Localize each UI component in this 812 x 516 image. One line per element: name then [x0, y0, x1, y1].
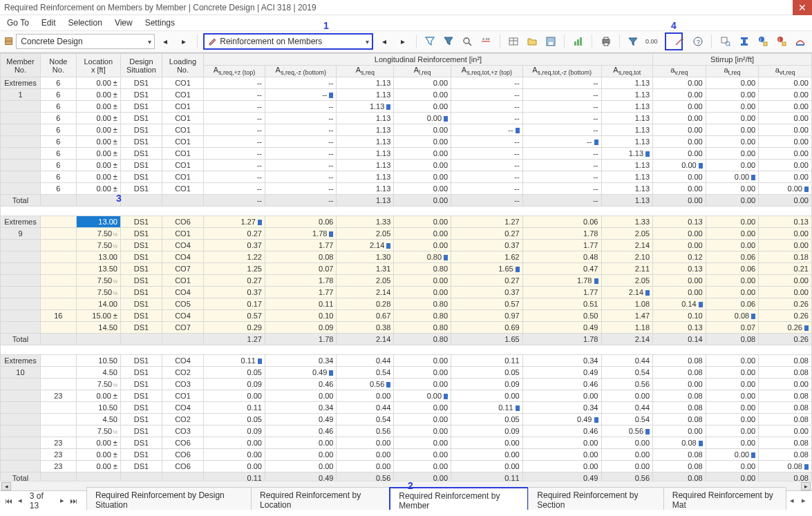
search-table-icon[interactable]: [717, 33, 733, 50]
cell[interactable]: --: [522, 148, 601, 160]
cell[interactable]: 2.14: [601, 287, 653, 298]
cell[interactable]: --: [522, 77, 601, 89]
cell[interactable]: CO4: [162, 310, 203, 322]
cell[interactable]: 7.50½: [76, 240, 120, 251]
cell[interactable]: 0.34: [265, 355, 337, 367]
cell[interactable]: 0.00: [759, 160, 812, 171]
cell[interactable]: CO6: [162, 437, 203, 449]
cell[interactable]: 0.06: [522, 216, 601, 228]
col-asreq[interactable]: As,req: [337, 66, 394, 77]
cell[interactable]: 0.00: [394, 183, 451, 195]
cell[interactable]: 0.08: [759, 461, 812, 472]
cell[interactable]: --: [265, 77, 337, 89]
cell[interactable]: CO1: [162, 183, 203, 195]
cell[interactable]: DS1: [120, 101, 162, 113]
cell[interactable]: 0.00: [653, 124, 706, 136]
filter-clear-icon[interactable]: [422, 33, 438, 50]
cell[interactable]: 0.07: [265, 263, 337, 275]
cell[interactable]: 0.57: [451, 298, 523, 310]
cell[interactable]: --: [522, 124, 601, 136]
cell[interactable]: 2.05: [337, 275, 394, 287]
cell[interactable]: 4.50: [76, 414, 120, 426]
cell[interactable]: 0.00 ±: [76, 461, 120, 472]
cell[interactable]: CO1: [162, 275, 203, 287]
cell[interactable]: 6: [40, 160, 76, 171]
cell[interactable]: 15.00 ±: [76, 310, 120, 322]
cell[interactable]: 0.08: [653, 390, 706, 402]
cell[interactable]: 0.27: [451, 275, 523, 287]
cell[interactable]: --: [203, 124, 265, 136]
cell[interactable]: CO6: [162, 461, 203, 472]
cell[interactable]: 0.10: [265, 310, 337, 322]
cell[interactable]: 0.49: [265, 367, 337, 379]
cell[interactable]: [40, 367, 76, 379]
cell[interactable]: 0.00: [759, 183, 812, 195]
cell[interactable]: --: [203, 101, 265, 113]
cell[interactable]: [40, 228, 76, 240]
cell[interactable]: DS1: [120, 89, 162, 101]
cell[interactable]: 0.00: [759, 77, 812, 89]
cell[interactable]: 0.00: [653, 113, 706, 124]
cell[interactable]: 0.00: [522, 461, 601, 472]
cell[interactable]: 7.50½: [76, 228, 120, 240]
cell[interactable]: 0.37: [203, 287, 265, 298]
cell[interactable]: --: [265, 160, 337, 171]
cell[interactable]: CO1: [162, 89, 203, 101]
cell[interactable]: 0.00: [394, 449, 451, 461]
cell[interactable]: 0.49: [265, 414, 337, 426]
dimension-icon[interactable]: x.xx: [478, 33, 494, 50]
tab-required-reinforcement-by-mat[interactable]: Required Reinforcement by Mat: [663, 487, 786, 510]
col-location[interactable]: Locationx [ft]: [76, 54, 120, 77]
cell[interactable]: 0.00: [653, 426, 706, 437]
cell[interactable]: 1.33: [337, 216, 394, 228]
nav-prev-module[interactable]: ◂: [158, 33, 173, 50]
cell[interactable]: 7.50½: [76, 275, 120, 287]
cell[interactable]: CO7: [162, 263, 203, 275]
cell[interactable]: 1.13: [337, 171, 394, 183]
col-loading-no[interactable]: LoadingNo.: [162, 54, 203, 77]
cell[interactable]: 0.00: [759, 101, 812, 113]
cell[interactable]: 1.13: [601, 89, 653, 101]
cell[interactable]: 0.00: [203, 390, 265, 402]
cell[interactable]: 7.50½: [76, 287, 120, 298]
cell[interactable]: 0.46: [522, 379, 601, 390]
cell[interactable]: 2.10: [601, 251, 653, 263]
col-asreq-top[interactable]: As,req,+z (top): [203, 66, 265, 77]
cell[interactable]: DS1: [120, 461, 162, 472]
cell[interactable]: 6: [40, 89, 76, 101]
cell[interactable]: 0.00: [706, 275, 759, 287]
cell[interactable]: 0.54: [601, 367, 653, 379]
cell[interactable]: 0.08: [653, 402, 706, 414]
cell[interactable]: [40, 263, 76, 275]
menu-settings[interactable]: Settings: [145, 18, 175, 28]
cell[interactable]: DS1: [120, 402, 162, 414]
cell[interactable]: [40, 298, 76, 310]
cell[interactable]: 0.09: [451, 426, 523, 437]
cell[interactable]: [40, 240, 76, 251]
cell[interactable]: 0.00: [759, 171, 812, 183]
table-view-icon[interactable]: [506, 33, 522, 50]
cell[interactable]: 0.00: [653, 228, 706, 240]
cell[interactable]: 0.27: [203, 275, 265, 287]
cell[interactable]: DS1: [120, 251, 162, 263]
cell[interactable]: 0.00 ±: [76, 113, 120, 124]
cell[interactable]: 1.13: [337, 113, 394, 124]
cell[interactable]: 0.00: [394, 426, 451, 437]
cell[interactable]: 0.06: [706, 263, 759, 275]
cell[interactable]: 0.46: [265, 379, 337, 390]
cell[interactable]: 0.00: [653, 89, 706, 101]
cell[interactable]: 0.00: [706, 379, 759, 390]
cell[interactable]: 0.14: [653, 298, 706, 310]
cell[interactable]: 0.49: [522, 414, 601, 426]
cell[interactable]: DS1: [120, 449, 162, 461]
print-icon[interactable]: [598, 33, 614, 50]
cell[interactable]: 1.47: [601, 310, 653, 322]
cell[interactable]: 0.00: [653, 136, 706, 148]
menu-selection[interactable]: Selection: [68, 18, 102, 28]
cell[interactable]: 0.00: [706, 113, 759, 124]
cell[interactable]: 0.00: [394, 124, 451, 136]
cell[interactable]: 0.00: [653, 379, 706, 390]
cell[interactable]: DS1: [120, 113, 162, 124]
filter-member-icon[interactable]: [441, 33, 457, 50]
cell[interactable]: 0.07: [706, 322, 759, 334]
